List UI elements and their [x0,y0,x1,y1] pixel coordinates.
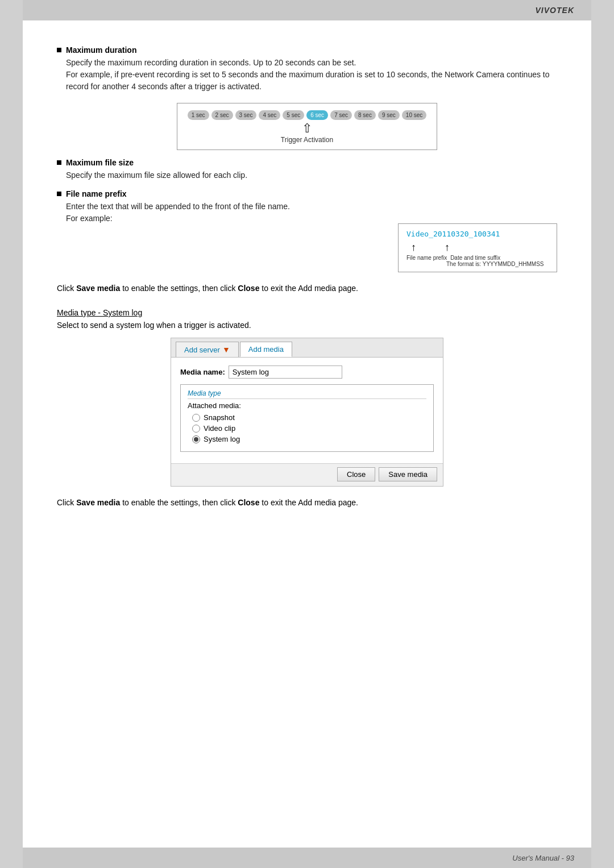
timeline-pill: 6 sec [306,110,328,120]
timeline-pill: 1 sec [188,110,209,120]
save-media-button[interactable]: Save media [379,467,437,481]
filename-suffix-arrow: ↑ [445,242,450,254]
timeline-pill: 9 sec [378,110,400,120]
radio-label-snapshot: Snapshot [204,413,235,422]
tab-add-media[interactable]: Add media [240,342,292,357]
radio-circle-snapshot [192,414,200,422]
timeline-container: 1 sec2 sec3 sec4 sec5 sec6 sec7 sec8 sec… [57,103,557,150]
bullet-text-1-0: Specify the maximum file size allowed fo… [66,169,557,181]
bullet-body-max-file-size: Specify the maximum file size allowed fo… [66,169,557,181]
filename-format-label: The format is: YYYYMMDD_HHMMSS [446,261,549,267]
radio-label-video-clip: Video clip [204,424,235,433]
close-bold-1: Close [238,284,259,293]
timeline-pill: 10 sec [402,110,426,120]
add-server-label: Add server [184,346,220,354]
trigger-label: Trigger Activation [188,136,427,144]
timeline-box: 1 sec2 sec3 sec4 sec5 sec6 sec7 sec8 sec… [177,103,438,150]
filename-box: Video_20110320_100341 ↑ ↑ File name pref… [398,223,557,272]
bullet-title-max-duration: Maximum duration [66,45,136,55]
file-prefix-main: File name prefix Enter the text that wil… [57,189,387,272]
bullet-text-0-1: For example, if pre-event recording is s… [66,69,557,93]
ui-panel-tabs: Add server ▼ Add media [171,338,443,358]
bullet-header-max-duration: Maximum duration [57,45,557,55]
bullet-square-icon [57,48,61,52]
media-type-box: Media type Attached media: Snapshot Vide… [180,384,434,452]
media-type-section: Media type - System log Select to send a… [57,308,557,487]
file-prefix-section: File name prefix Enter the text that wil… [57,189,557,272]
radio-label-system-log: System log [204,435,240,443]
bullet-square-icon-3 [57,192,61,196]
bullet-square-icon-2 [57,160,61,165]
bullet-text-2-0: Enter the text that will be appended to … [66,201,387,213]
timeline-pill: 5 sec [283,110,304,120]
footer-bar: User's Manual - 93 [23,848,591,868]
brand-label: VIVOTEK [536,6,574,15]
media-name-row: Media name: [180,366,434,379]
radio-circle-video-clip [192,425,200,433]
filename-prefix-arrow: ↑ [411,242,416,254]
bullet-title-max-file-size: Maximum file size [66,158,134,167]
bullet-text-2-1: For example: [66,213,387,225]
bullet-header-max-file-size: Maximum file size [57,158,557,167]
filename-side: Video_20110320_100341 ↑ ↑ File name pref… [398,189,557,272]
click-save-line-2: Click Save media to enable the settings,… [57,497,557,509]
main-content: Maximum duration Specify the maximum rec… [57,45,557,509]
timeline-pill: 4 sec [259,110,280,120]
timeline-pills: 1 sec2 sec3 sec4 sec5 sec6 sec7 sec8 sec… [188,110,427,120]
ui-panel-body: Media name: Media type Attached media: S… [171,358,443,463]
bullet-max-file-size: Maximum file size Specify the maximum fi… [57,158,557,181]
timeline-pill: 3 sec [235,110,257,120]
radio-circle-system-log [192,435,200,443]
bullet-max-duration: Maximum duration Specify the maximum rec… [57,45,557,150]
bullet-file-name-prefix: File name prefix Enter the text that wil… [57,189,387,225]
attached-media-label: Attached media: [188,401,426,410]
click-save-line-1: Click Save media to enable the settings,… [57,283,557,294]
ui-panel-footer: Close Save media [171,463,443,486]
footer-text: User's Manual - 93 [512,854,574,862]
filename-suffix-label: Date and time suffix [450,255,500,261]
page: VIVOTEK Maximum duration Specify the max… [23,0,591,868]
media-type-desc: Select to send a system log when a trigg… [57,321,557,330]
tab-add-server[interactable]: Add server ▼ [176,342,239,357]
media-name-input[interactable] [229,366,342,379]
bullet-text-0-0: Specify the maximum recording duration i… [66,57,557,69]
timeline-pill: 2 sec [211,110,233,120]
bullet-header-file-name-prefix: File name prefix [57,189,387,198]
close-bold-2: Close [238,498,259,507]
media-type-title: Media type - System log [57,308,557,317]
media-type-box-title: Media type [188,389,426,399]
close-button[interactable]: Close [337,467,375,481]
save-media-bold-2: Save media [76,498,120,507]
filename-prefix-label: File name prefix [406,255,447,261]
dropdown-icon: ▼ [222,345,230,354]
ui-panel: Add server ▼ Add media Media name: Media… [171,338,443,487]
bullet-body-file-name-prefix: Enter the text that will be appended to … [66,201,387,225]
radio-video-clip[interactable]: Video clip [188,424,426,433]
radio-system-log[interactable]: System log [188,435,426,443]
save-media-bold-1: Save media [76,284,120,293]
bullet-title-file-name-prefix: File name prefix [66,189,127,198]
timeline-pill: 8 sec [354,110,376,120]
radio-inner-system-log [194,437,198,442]
add-media-label: Add media [248,345,284,354]
filename-text: Video_20110320_100341 [406,230,549,238]
timeline-pill: 7 sec [330,110,352,120]
media-name-label: Media name: [180,368,225,376]
bullet-body-max-duration: Specify the maximum recording duration i… [66,57,557,93]
timeline-arrow: ⇧ [188,122,427,135]
radio-snapshot[interactable]: Snapshot [188,413,426,422]
header-bar: VIVOTEK [23,0,591,20]
